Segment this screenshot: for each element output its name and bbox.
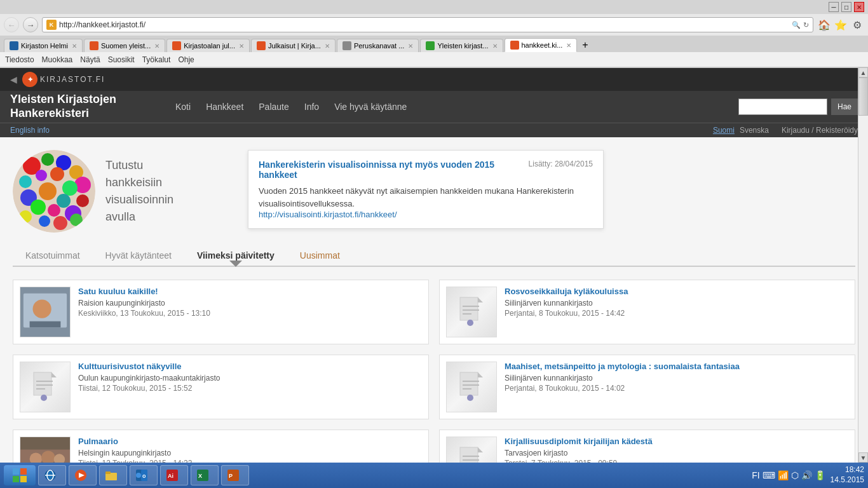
maximize-button[interactable]: □ [841,2,851,12]
tab-kirjastoalan[interactable]: Kirjastoalan jul... ✕ [166,39,250,52]
svg-point-15 [48,204,60,217]
outlook-icon: o [135,469,148,482]
tray-volume-icon: 🔊 [801,470,812,480]
card-title-maahiset[interactable]: Maahiset, metsänpeitto ja mytologia : su… [505,362,848,371]
card-org-satu: Raision kaupunginkirjasto [78,299,422,308]
card-org-maahiset: Siilinjärven kunnankirjasto [505,374,848,383]
site-topbar: ◀ ✦ KIRJASTOT.FI [0,68,868,91]
scrollbar-up-button[interactable]: ▲ [858,67,868,78]
tab-julkaisut[interactable]: Julkaisut | Kirja... ✕ [251,39,336,52]
tools-icon[interactable]: ⚙ [850,18,864,32]
card-content-maahiset: Maahiset, metsänpeitto ja mytologia : su… [505,362,848,393]
address-text: http://hankkeet.kirjastot.fi/ [59,20,789,29]
news-title-row: Hankerekisterin visualisoinnissa nyt myö… [259,159,593,180]
start-button[interactable] [4,465,36,485]
tab-close-icon[interactable]: ✕ [72,43,77,50]
menu-suosikit[interactable]: Suosikit [108,55,135,64]
tab-favicon [90,41,98,50]
forward-button[interactable]: → [23,17,38,32]
scrollbar-down-button[interactable]: ▼ [858,452,868,463]
tab-favicon [257,41,266,50]
card-title-pulmaario[interactable]: Pulmaario [78,437,422,446]
english-info-link[interactable]: English info [10,126,50,135]
tab-label: Kirjaston Helmi [21,42,68,50]
menu-nayta[interactable]: Näytä [80,55,100,64]
menu-tyokalut[interactable]: Työkalut [142,55,171,64]
new-tab-button[interactable]: + [578,38,592,52]
tab-katsotuimmat[interactable]: Katsotuimmat [13,245,93,266]
card-title-kirjallisuus[interactable]: Kirjallisuusdiplomit kirjailijan kädestä [505,437,848,446]
nav-palaute[interactable]: Palaute [259,102,288,112]
close-button[interactable]: ✕ [854,2,864,12]
card-title-kulttuuri[interactable]: Kulttuurisivustot näkyville [78,362,422,371]
taskbar-pdf-app[interactable]: Ai [160,465,188,485]
svg-point-5 [19,175,32,188]
card-title-satu[interactable]: Satu kuuluu kaikille! [78,287,422,296]
tab-close-icon[interactable]: ✕ [239,43,244,50]
tab-close-icon[interactable]: ✕ [325,43,330,50]
tab-yleisten[interactable]: Yleisten kirjast... ✕ [420,39,503,52]
tab-kirjaston-helmi[interactable]: Kirjaston Helmi ✕ [4,39,83,52]
tab-favicon [10,41,18,50]
tab-hyvat-kaytanteet[interactable]: Hyvät käytänteet [93,245,184,266]
tab-close-icon[interactable]: ✕ [154,43,159,50]
tab-peruskanavat[interactable]: Peruskanavat ... ✕ [337,39,419,52]
search-button[interactable]: Hae [831,98,858,115]
tab-uusimmat[interactable]: Uusimmat [287,245,353,266]
card-org-pulmaario: Helsingin kaupunginkirjasto [78,449,422,458]
minimize-button[interactable]: ─ [829,2,839,12]
menu-tiedosto[interactable]: Tiedosto [5,55,34,64]
taskbar-ppt-app[interactable]: P [221,465,249,485]
tab-close-icon[interactable]: ✕ [408,43,413,50]
scrollbar-track: ▲ ▼ [858,67,868,463]
tab-close-icon[interactable]: ✕ [566,42,571,49]
tabs-bar: Kirjaston Helmi ✕ Suomen yleist... ✕ Kir… [0,36,868,52]
card-placeholder-rosvo [447,287,496,337]
content-tabs: Katsotuimmat Hyvät käytänteet Viimeksi p… [13,245,855,267]
login-link[interactable]: Kirjaudu / Rekisteröidy [782,126,858,135]
lang-svenska[interactable]: Svenska [740,126,769,135]
back-button[interactable]: ← [4,17,19,32]
news-title[interactable]: Hankerekisterin visualisoinnissa nyt myö… [259,159,521,180]
address-bar[interactable]: K http://hankkeet.kirjastot.fi/ 🔍 ↻ [42,17,813,32]
folder-icon [105,469,118,482]
card-title-rosvo[interactable]: Rosvoseikkailuja kyläkouluissa [505,287,848,296]
taskbar-outlook-app[interactable]: o [130,465,158,485]
news-link[interactable]: http://visualisointi.kirjastot.fi/hankke… [259,210,397,219]
powerpoint-icon: P [227,469,240,482]
placeholder-doc-icon [459,296,484,328]
menu-ohje[interactable]: Ohje [178,55,194,64]
tab-viimeksi-paivitetty[interactable]: Viimeksi päivitetty [184,245,287,266]
taskbar-media-app[interactable] [69,465,97,485]
taskbar-ie-app[interactable] [38,465,66,485]
card-date-maahiset: Perjantai, 8 Toukokuu, 2015 - 14:02 [505,384,848,393]
taskbar-folder-app[interactable] [99,465,127,485]
tab-suomen-yleist[interactable]: Suomen yleist... ✕ [84,39,165,52]
lang-suomi[interactable]: Suomi [713,126,735,135]
taskbar-excel-app[interactable]: X [191,465,219,485]
menu-muokkaa[interactable]: Muokkaa [42,55,73,64]
tab-hankkeet-active[interactable]: hankkeet.ki... ✕ [505,38,578,52]
ie-icon [44,469,57,482]
site-logo[interactable]: ◀ ✦ KIRJASTOT.FI [10,72,105,87]
refresh-icon[interactable]: ↻ [803,21,809,29]
acrobat-icon: Ai [166,469,179,482]
svg-point-9 [62,180,78,196]
hero-bubble [13,150,95,233]
tab-close-icon[interactable]: ✕ [492,43,498,50]
tab-label: Julkaisut | Kirja... [268,42,321,50]
nav-info[interactable]: Info [304,102,319,112]
taskbar: o Ai X P FI ⌨ 📶 ⬡ 🔊 🔋 18:42 14.5.20 [0,463,868,488]
nav-koti[interactable]: Koti [175,102,191,112]
tray-lang: FI [752,470,759,480]
search-input[interactable] [738,98,827,115]
taskbar-right: FI ⌨ 📶 ⬡ 🔊 🔋 18:42 14.5.2015 [752,465,864,485]
nav-vie-hyva[interactable]: Vie hyvä käytänne [334,102,407,112]
svg-text:o: o [142,473,146,479]
nav-hankkeet[interactable]: Hankkeet [206,102,243,112]
tab-label: Peruskanavat ... [354,42,405,50]
scrollbar-thumb[interactable] [858,78,868,116]
favorites-icon[interactable]: ⭐ [834,18,848,32]
home-icon[interactable]: 🏠 [817,18,831,32]
lang-links: Suomi Svenska [713,126,769,135]
